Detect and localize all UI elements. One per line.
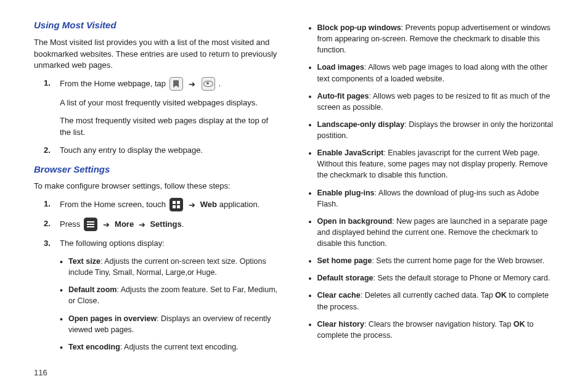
step-1-text-b: . [218, 80, 221, 89]
bullet-clear-cache: Clear cache: Deletes all currently cache… [309, 290, 558, 312]
step-1-line: From the Home webpage, tap ➔ . [60, 78, 280, 91]
arrow-icon: ➔ [103, 220, 110, 229]
bullet-text-encoding: Text encoding: Adjusts the current text … [60, 341, 280, 353]
step-1-text-a: From the Home webpage, tap [60, 80, 168, 89]
step-1-p3: The most frequently visited web pages di… [60, 115, 280, 139]
bullet-enable-plugins: Enable plug-ins: Allows the download of … [309, 187, 558, 210]
bs-step-2-line: Press ➔ More ➔ Settings. [60, 218, 280, 232]
most-visited-intro: The Most visited list provides you with … [34, 37, 280, 72]
step-number: 1. [44, 198, 60, 210]
bs2-a: Press [60, 220, 83, 229]
bullet-text-size: Text size: Adjusts the current on-screen… [60, 256, 280, 278]
arrow-icon: ➔ [139, 220, 145, 229]
bs1-a: From the Home screen, touch [60, 200, 168, 210]
ok: OK [513, 320, 525, 329]
term: Clear history [317, 320, 364, 329]
bullet-open-overview: Open pages in overview: Displays an over… [60, 313, 280, 335]
bullet-enable-js: Enable JavaScript: Enables javascript fo… [309, 147, 558, 181]
manual-page: Using Most Visited The Most visited list… [0, 0, 588, 392]
bs2-settings: Settings [150, 220, 181, 229]
bs-step-2: 2. Press ➔ More ➔ Settings. [34, 218, 280, 232]
arrow-icon: ➔ [189, 200, 195, 210]
term: Enable JavaScript [317, 149, 384, 157]
term: Text encoding [68, 343, 120, 351]
ok: OK [495, 291, 507, 300]
settings-bullets-left: Text size: Adjusts the current on-screen… [60, 256, 280, 353]
bullet-default-storage: Default storage: Sets the default storag… [309, 272, 558, 284]
bullet-load-images: Load images: Allows web page images to l… [309, 62, 558, 84]
most-visited-steps: 1. From the Home webpage, tap ➔ . A list… [34, 78, 280, 156]
bullet-default-zoom: Default zoom: Adjusts the zoom feature. … [60, 284, 280, 306]
bs-step-1: 1. From the Home screen, touch ➔ Web app… [34, 198, 280, 212]
bs3-text: The following options display: [60, 238, 280, 250]
bullet-auto-fit: Auto-fit pages: Allows web pages to be r… [309, 91, 558, 113]
term: Landscape-only display [317, 120, 405, 129]
term: Set home page [317, 256, 372, 265]
bs-step-1-line: From the Home screen, touch ➔ Web applic… [60, 198, 280, 212]
term: Default storage [317, 274, 374, 282]
term: Enable plug-ins [317, 189, 375, 197]
step-1-p2: A list of your most frequently visited w… [60, 97, 280, 109]
desc-a: : Clears the browser navigation history.… [364, 320, 513, 329]
bullet-clear-history: Clear history: Clears the browser naviga… [309, 319, 558, 341]
term: Default zoom [68, 285, 116, 294]
apps-grid-icon [169, 198, 183, 211]
step-number: 2. [44, 145, 60, 157]
term: Text size [68, 257, 100, 266]
browser-settings-steps: 1. From the Home screen, touch ➔ Web app… [34, 198, 280, 359]
settings-bullets-right: Block pop-up windows: Prevents popup adv… [311, 22, 558, 341]
term: Open in background [317, 217, 393, 226]
left-column: Using Most Visited The Most visited list… [34, 18, 280, 386]
browser-settings-intro: To make configure browser settings, foll… [34, 181, 280, 192]
bullet-block-popup: Block pop-up windows: Prevents popup adv… [309, 22, 558, 55]
desc: : Adjusts the current text encoding. [120, 343, 239, 351]
step-2-text: Touch any entry to display the webpage. [60, 145, 280, 157]
bs2-more: More [115, 220, 134, 229]
step-number: 2. [44, 218, 60, 230]
most-visited-icon [202, 77, 215, 91]
term: Open pages in overview [68, 314, 157, 323]
term: Load images [317, 63, 364, 71]
term: Block pop-up windows [317, 23, 401, 32]
bullet-landscape-only: Landscape-only display: Displays the bro… [309, 119, 558, 141]
desc-a: : Deletes all currently cached data. Tap [361, 291, 496, 300]
bs1-web: Web [200, 200, 217, 210]
heading-most-visited: Using Most Visited [34, 18, 280, 32]
desc: : Sets the default storage to Phone or M… [374, 274, 550, 282]
page-number: 116 [34, 368, 47, 377]
step-2: 2. Touch any entry to display the webpag… [34, 145, 280, 157]
bullet-set-homepage: Set home page: Sets the current home pag… [309, 255, 558, 266]
desc: : Sets the current home page for the Web… [372, 256, 544, 265]
right-column: Block pop-up windows: Prevents popup adv… [311, 18, 558, 386]
term: Clear cache [317, 291, 361, 300]
step-number: 3. [44, 238, 60, 250]
heading-browser-settings: Browser Settings [34, 163, 280, 176]
arrow-icon: ➔ [189, 80, 195, 89]
step-1: 1. From the Home webpage, tap ➔ . A list… [34, 78, 280, 139]
bs1-b: application. [219, 200, 260, 210]
step-number: 1. [44, 78, 60, 89]
term: Auto-fit pages [317, 92, 369, 100]
bullet-open-background: Open in background: New pages are launch… [309, 216, 558, 249]
bookmark-icon [169, 77, 183, 91]
bs-step-3: 3. The following options display: Text s… [34, 238, 280, 359]
menu-icon [84, 218, 97, 231]
